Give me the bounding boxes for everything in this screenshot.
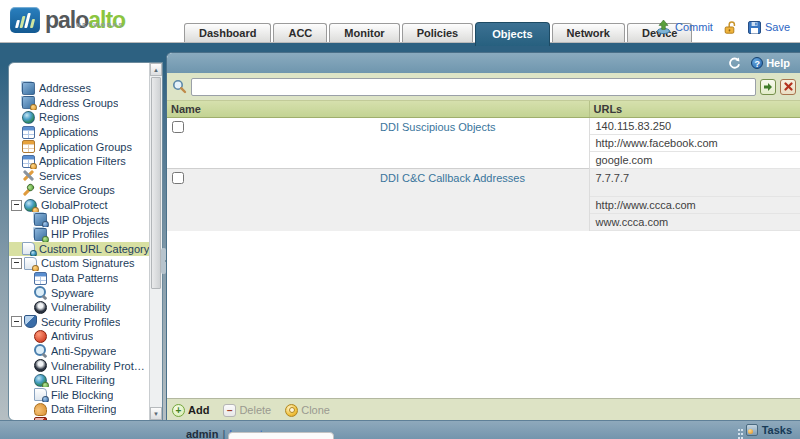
red-x-icon — [784, 82, 793, 91]
add-button[interactable]: + Add — [172, 404, 209, 417]
sidebar-item-addresses[interactable]: Addresses — [9, 81, 150, 96]
url-value: google.com — [589, 152, 800, 169]
sidebar-item-anti-spyware[interactable]: Anti-Spyware — [9, 344, 150, 359]
url-category-name-link[interactable]: DDI C&C Callback Addresses — [378, 169, 589, 231]
sidebar-item-vulnerability-protection[interactable]: Vulnerability Protection — [9, 358, 150, 373]
help-button[interactable]: ? Help — [751, 57, 790, 69]
row-checkbox[interactable] — [172, 121, 184, 133]
vulnerability-protection-icon — [34, 359, 47, 372]
save-icon — [748, 21, 761, 34]
table-action-bar: + Add − Delete Clone — [167, 398, 800, 421]
sidebar-item-security-profiles[interactable]: Security Profiles — [9, 315, 150, 330]
sidebar-item-label: Regions — [39, 111, 79, 123]
sidebar-item-label: Security Profiles — [41, 316, 120, 328]
services-icon — [22, 169, 35, 182]
sidebar-item-application-groups[interactable]: Application Groups — [9, 139, 150, 154]
collapse-expander-icon[interactable] — [11, 200, 22, 211]
filter-bar — [167, 73, 800, 101]
checkbox-cell — [167, 118, 378, 169]
sidebar-item-applications[interactable]: Applications — [9, 125, 150, 140]
commit-button[interactable]: Commit — [656, 20, 713, 34]
sidebar-item-custom-signatures[interactable]: Custom Signatures — [9, 256, 150, 271]
collapse-expander-icon[interactable] — [11, 258, 22, 269]
sidebar-item-service-groups[interactable]: Service Groups — [9, 183, 150, 198]
sidebar-item-data-patterns[interactable]: Data Patterns — [9, 271, 150, 286]
search-input[interactable] — [191, 78, 756, 96]
status-bar: admin | Logout Tasks — [0, 420, 800, 439]
url-category-table-area: NameURLs DDI Suscipious Objects140.115.8… — [167, 101, 800, 398]
firewall-admin-window: paloalto NETWORKS DashboardACCMonitorPol… — [0, 0, 800, 439]
scrollbar-thumb[interactable] — [151, 77, 161, 289]
sidebar-item-label: Spyware — [51, 287, 94, 299]
row-checkbox[interactable] — [172, 172, 184, 184]
grip-dots-icon — [738, 429, 740, 431]
tab-monitor[interactable]: Monitor — [329, 23, 399, 42]
sidebar-item-data-filtering[interactable]: Data Filtering — [9, 402, 150, 417]
save-label: Save — [765, 21, 790, 33]
commit-label: Commit — [675, 21, 713, 33]
paloalto-logo-text: paloalto NETWORKS — [45, 7, 125, 33]
tab-acc[interactable]: ACC — [273, 23, 327, 42]
sidebar-item-label: Vulnerability Protection — [51, 360, 150, 372]
sidebar-item-vulnerability[interactable]: Vulnerability — [9, 300, 150, 315]
url-value: 7.7.7.7 — [589, 169, 800, 197]
sidebar-item-custom-url-category[interactable]: Custom URL Category — [9, 242, 150, 257]
sidebar-item-label: Application Filters — [39, 155, 126, 167]
unlock-button[interactable] — [724, 21, 737, 34]
applications-icon — [22, 126, 35, 139]
save-button[interactable]: Save — [748, 21, 790, 34]
sidebar-item-address-groups[interactable]: Address Groups — [9, 96, 150, 111]
refresh-button[interactable] — [727, 57, 741, 70]
sidebar-item-label: URL Filtering — [51, 374, 115, 386]
delete-minus-icon: − — [223, 404, 236, 417]
clone-button[interactable]: Clone — [285, 404, 330, 417]
object-tree-sidebar: AddressesAddress GroupsRegionsApplicatio… — [8, 62, 163, 421]
sidebar-item-label: Custom URL Category — [39, 243, 149, 255]
tab-dashboard[interactable]: Dashboard — [184, 23, 271, 42]
sidebar-item-label: Data Patterns — [51, 272, 118, 284]
sidebar-item-globalprotect[interactable]: GlobalProtect — [9, 198, 150, 213]
application-filters-icon — [22, 155, 35, 168]
main-nav-tabs: DashboardACCMonitorPoliciesObjectsNetwor… — [183, 0, 693, 42]
collapse-expander-icon[interactable] — [11, 316, 22, 327]
sidebar-item-application-filters[interactable]: Application Filters — [9, 154, 150, 169]
column-header-urls[interactable]: URLs — [589, 101, 800, 118]
add-plus-icon: + — [172, 404, 185, 417]
antivirus-icon — [34, 330, 47, 343]
delete-button[interactable]: − Delete — [223, 404, 271, 417]
sidebar-item-spyware[interactable]: Spyware — [9, 285, 150, 300]
sidebar-item-services[interactable]: Services — [9, 169, 150, 184]
sidebar-item-regions[interactable]: Regions — [9, 110, 150, 125]
apply-filter-button[interactable] — [760, 79, 776, 95]
sidebar-item-label: Data Filtering — [51, 403, 116, 415]
sidebar-item-file-blocking[interactable]: File Blocking — [9, 387, 150, 402]
delete-label: Delete — [239, 404, 271, 416]
sidebar-item-antivirus[interactable]: Antivirus — [9, 329, 150, 344]
refresh-icon — [727, 57, 741, 70]
sidebar-item-label: HIP Objects — [51, 214, 110, 226]
table-row: DDI C&C Callback Addresses7.7.7.7 — [167, 169, 800, 197]
tab-objects[interactable]: Objects — [475, 22, 549, 46]
regions-icon — [22, 111, 35, 124]
url-category-name-link[interactable]: DDI Suscipious Objects — [378, 118, 589, 169]
table-row: DDI Suscipious Objects140.115.83.250 — [167, 118, 800, 135]
hip-objects-icon — [34, 213, 47, 226]
header-actions: Commit Save — [656, 20, 790, 34]
sidebar-item-label: Addresses — [39, 82, 91, 94]
clipped-popup — [228, 432, 334, 439]
logged-in-user: admin — [186, 428, 218, 439]
url-value: http://www.ccca.com — [589, 197, 800, 214]
add-label: Add — [188, 404, 209, 416]
sidebar-item-hip-objects[interactable]: HIP Objects — [9, 212, 150, 227]
tab-network[interactable]: Network — [552, 23, 625, 42]
sidebar-item-hip-profiles[interactable]: HIP Profiles — [9, 227, 150, 242]
tasks-button[interactable]: Tasks — [738, 424, 792, 436]
search-icon — [172, 79, 187, 94]
tab-policies[interactable]: Policies — [402, 23, 474, 42]
top-header: paloalto NETWORKS DashboardACCMonitorPol… — [0, 0, 800, 43]
clear-filter-button[interactable] — [780, 79, 796, 95]
data-filtering-icon — [34, 403, 47, 416]
column-header-name[interactable]: Name — [167, 101, 589, 118]
sidebar-item-url-filtering[interactable]: URL Filtering — [9, 373, 150, 388]
custom-url-category-icon — [22, 242, 35, 255]
